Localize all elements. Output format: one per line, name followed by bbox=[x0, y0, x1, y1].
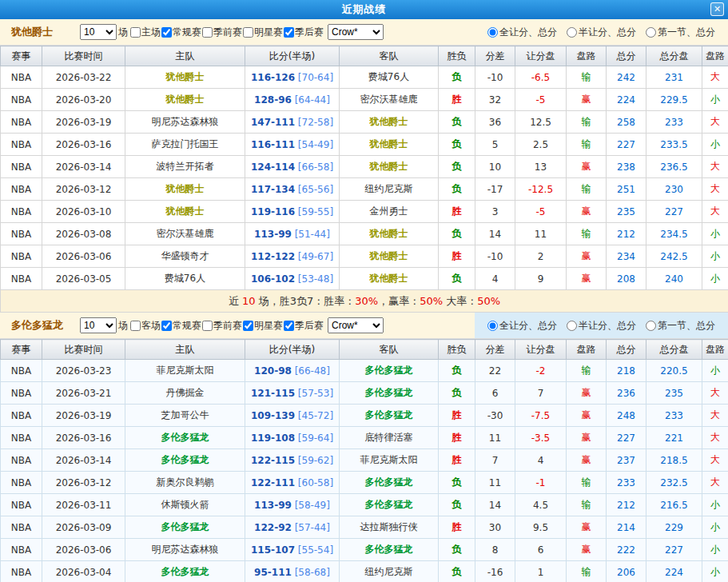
away-team-name: 犹他爵士 bbox=[370, 273, 408, 284]
handicap-line-cell: -2 bbox=[515, 360, 567, 382]
over-under-cell: 小 bbox=[702, 245, 728, 268]
handicap-line-cell: -7.5 bbox=[515, 405, 567, 427]
radio-option-half-handicap-total[interactable]: 半让分、总分 bbox=[567, 319, 636, 333]
checkbox-preseason[interactable] bbox=[202, 321, 213, 331]
filter-option-away-games[interactable]: 客场 bbox=[130, 319, 161, 333]
filter-team-label: 犹他爵士 bbox=[11, 25, 80, 39]
radio-half-handicap-total[interactable] bbox=[567, 321, 577, 331]
filter-option-regular-season[interactable]: 常规赛 bbox=[161, 319, 201, 333]
radio-half-handicap-total[interactable] bbox=[567, 27, 577, 38]
home-team-name: 犹他爵士 bbox=[166, 71, 205, 82]
radio-option-first-quarter-total[interactable]: 第一节、总分 bbox=[646, 319, 715, 333]
home-team-name: 休斯顿火箭 bbox=[161, 499, 209, 510]
radio-first-quarter-total[interactable] bbox=[646, 27, 656, 38]
checkbox-allstar[interactable] bbox=[243, 321, 253, 331]
game-row: NBA2026-03-12新奥尔良鹈鹕122-111 [60-58]多伦多猛龙负… bbox=[1, 472, 728, 494]
date-cell: 2026-03-09 bbox=[42, 516, 125, 539]
filter-option-allstar[interactable]: 明星赛 bbox=[243, 319, 283, 333]
away-team-cell: 犹他爵士 bbox=[340, 134, 439, 156]
filter-option-allstar[interactable]: 明星赛 bbox=[243, 26, 283, 39]
radio-first-quarter-total[interactable] bbox=[646, 321, 656, 331]
checkbox-label: 常规赛 bbox=[173, 26, 201, 39]
checkbox-regular-season[interactable] bbox=[161, 321, 172, 331]
point-diff-cell: 11 bbox=[475, 472, 515, 494]
away-team-name: 多伦多猛龙 bbox=[365, 499, 413, 510]
point-diff-cell: 11 bbox=[475, 427, 515, 449]
away-team-name: 纽约尼克斯 bbox=[365, 566, 413, 577]
score-cell: 122-115 [59-62] bbox=[245, 449, 340, 472]
final-score: 122-111 bbox=[251, 477, 295, 488]
home-team-cell: 波特兰开拓者 bbox=[125, 156, 245, 178]
handicap-result-cell: 赢 bbox=[567, 516, 607, 539]
radio-option-full-handicap-total[interactable]: 全让分、总分 bbox=[487, 26, 557, 39]
column-header-11: 盘路 bbox=[702, 340, 728, 360]
game-row: NBA2026-03-14多伦多猛龙122-115 [59-62]菲尼克斯太阳胜… bbox=[1, 449, 728, 472]
home-team-name: 多伦多猛龙 bbox=[161, 432, 209, 443]
total-line-cell: 233.5 bbox=[646, 134, 702, 156]
home-team-cell: 多伦多猛龙 bbox=[125, 561, 245, 582]
handicap-result-cell: 输 bbox=[567, 134, 607, 156]
games-count-select[interactable]: 10 bbox=[80, 317, 117, 333]
point-diff-cell: 10 bbox=[475, 156, 515, 178]
radio-full-handicap-total[interactable] bbox=[487, 321, 498, 331]
filter-option-preseason[interactable]: 季前赛 bbox=[202, 319, 242, 333]
league-cell: NBA bbox=[1, 223, 42, 245]
column-header-row: 赛事比赛时间主队比分(半场)客队胜负分差让分盘盘路总分总分盘盘路 bbox=[1, 340, 728, 360]
league-cell: NBA bbox=[1, 89, 42, 111]
radio-label: 第一节、总分 bbox=[658, 319, 715, 333]
home-team-cell: 明尼苏达森林狼 bbox=[125, 539, 245, 561]
total-line-cell: 232.5 bbox=[646, 472, 702, 494]
games-count-select[interactable]: 10 bbox=[80, 24, 117, 40]
total-line-cell: 230 bbox=[646, 178, 702, 201]
radio-option-full-handicap-total[interactable]: 全让分、总分 bbox=[487, 319, 557, 333]
checkbox-home-games[interactable] bbox=[130, 27, 141, 38]
total-points-cell: 227 bbox=[607, 134, 646, 156]
half-time-score: [54-49] bbox=[295, 139, 333, 150]
total-points-cell: 214 bbox=[607, 516, 646, 539]
filter-option-playoffs[interactable]: 季后赛 bbox=[284, 319, 324, 333]
date-cell: 2026-03-22 bbox=[42, 66, 125, 89]
filter-option-home-games[interactable]: 主场 bbox=[130, 26, 161, 39]
odds-company-select[interactable]: Crow* bbox=[328, 24, 384, 40]
column-header-6: 分差 bbox=[475, 46, 515, 66]
checkbox-playoffs[interactable] bbox=[284, 27, 294, 38]
column-header-10: 总分盘 bbox=[646, 46, 702, 66]
radio-option-half-handicap-total[interactable]: 半让分、总分 bbox=[567, 26, 636, 39]
handicap-line-cell: 13 bbox=[515, 156, 567, 178]
handicap-result-cell: 赢 bbox=[567, 427, 607, 449]
handicap-line-cell: 2 bbox=[515, 245, 567, 268]
result-cell: 胜 bbox=[439, 405, 475, 427]
radio-option-first-quarter-total[interactable]: 第一节、总分 bbox=[646, 26, 715, 39]
close-button[interactable]: ✕ bbox=[710, 2, 724, 16]
handicap-line-cell: 6 bbox=[515, 539, 567, 561]
filter-option-regular-season[interactable]: 常规赛 bbox=[161, 26, 201, 39]
checkbox-regular-season[interactable] bbox=[161, 27, 172, 38]
total-line-cell: 216.5 bbox=[646, 494, 702, 516]
away-team-name: 犹他爵士 bbox=[370, 250, 408, 261]
final-score: 124-114 bbox=[251, 161, 295, 173]
point-diff-cell: -16 bbox=[475, 561, 515, 582]
radio-label: 全让分、总分 bbox=[499, 319, 557, 333]
game-row: NBA2026-03-23菲尼克斯太阳120-98 [66-48]多伦多猛龙负2… bbox=[1, 360, 728, 382]
radio-full-handicap-total[interactable] bbox=[487, 27, 498, 38]
handicap-line-cell: 4.5 bbox=[515, 494, 567, 516]
date-cell: 2026-03-08 bbox=[42, 223, 125, 245]
handicap-line-cell: 1 bbox=[515, 561, 567, 582]
handicap-result-cell: 输 bbox=[567, 472, 607, 494]
league-cell: NBA bbox=[1, 494, 42, 516]
home-team-name: 明尼苏达森林狼 bbox=[152, 544, 219, 555]
checkbox-away-games[interactable] bbox=[130, 321, 141, 331]
odds-company-select[interactable]: Crow* bbox=[328, 317, 384, 333]
handicap-result-cell: 输 bbox=[567, 111, 607, 134]
checkbox-playoffs[interactable] bbox=[284, 321, 294, 331]
handicap-line-cell: 11 bbox=[515, 223, 567, 245]
game-row: NBA2026-03-06华盛顿奇才112-122 [49-67]犹他爵士胜-1… bbox=[1, 245, 728, 268]
checkbox-preseason[interactable] bbox=[202, 27, 213, 38]
checkbox-allstar[interactable] bbox=[243, 27, 253, 38]
away-team-name: 多伦多猛龙 bbox=[365, 365, 413, 376]
filter-option-playoffs[interactable]: 季后赛 bbox=[284, 26, 324, 39]
over-under-cell: 大 bbox=[702, 201, 728, 223]
final-score: 95-111 bbox=[254, 567, 292, 578]
filter-option-preseason[interactable]: 季前赛 bbox=[202, 26, 242, 39]
over-under-cell: 小 bbox=[702, 494, 728, 516]
